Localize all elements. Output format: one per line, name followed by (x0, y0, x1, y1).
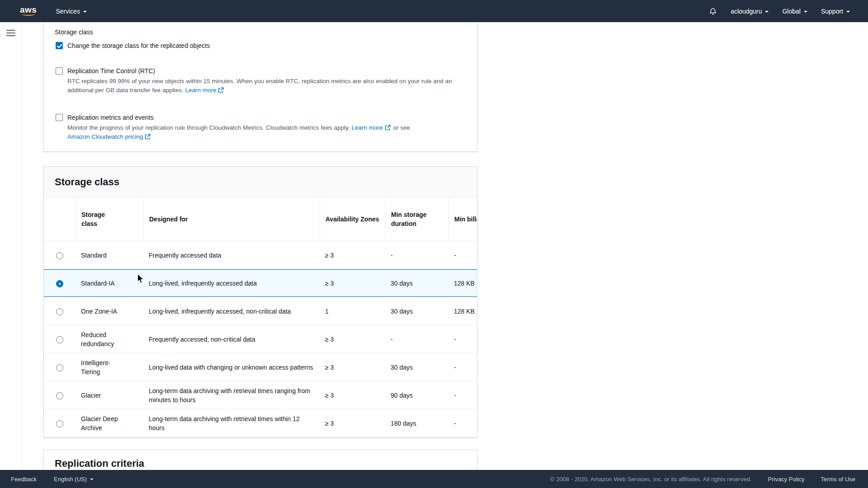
cell-min-billable-object: - (448, 381, 477, 409)
change-storage-class-label: Change the storage class for the replica… (67, 41, 210, 50)
metrics-learn-more-link[interactable]: Learn more (352, 124, 392, 131)
storage-class-row-one-zone-ia[interactable]: One Zone-IA Long-lived, infrequently acc… (44, 297, 477, 325)
cell-availability-zones: ≥ 3 (320, 381, 385, 409)
cell-storage-class: Glacier Deep Archive (75, 409, 143, 437)
storage-class-field-label: Storage class (44, 28, 477, 37)
account-menu[interactable]: acloudguru (731, 8, 769, 15)
replication-metrics-checkbox[interactable] (56, 114, 63, 121)
cloudwatch-pricing-link[interactable]: Amazon Cloudwatch pricing (67, 133, 151, 140)
rtc-learn-more-link[interactable]: Learn more (185, 87, 225, 94)
rtc-checkbox[interactable] (56, 67, 63, 75)
rtc-description: RTC replicates 99.99% of your new object… (67, 77, 466, 95)
cell-storage-class: One Zone-IA (75, 297, 143, 325)
radio-glacier[interactable] (56, 392, 63, 399)
column-header-storage-class: Storage class (75, 197, 143, 241)
replication-metrics-option: Replication metrics and events Monitor t… (44, 113, 477, 141)
replication-metrics-description: Monitor the progress of your replication… (67, 123, 466, 132)
radio-standard-ia[interactable] (56, 280, 63, 287)
radio-one-zone-ia[interactable] (56, 308, 63, 315)
menu-toggle-button[interactable] (6, 30, 15, 36)
cell-availability-zones: ≥ 3 (320, 241, 385, 269)
aws-logo[interactable]: aws (20, 6, 37, 16)
storage-class-panel-title: Storage class (44, 167, 477, 197)
side-navigation-rail (0, 22, 22, 470)
cell-min-billable-object: 128 KB (448, 269, 477, 297)
account-menu-label: acloudguru (731, 8, 762, 15)
column-header-min-billable-object: Min billable object (448, 197, 477, 241)
chevron-down-icon (765, 11, 769, 13)
column-header-min-storage-duration: Min storage duration (385, 197, 448, 241)
rtc-description-text: RTC replicates 99.99% of your new object… (67, 78, 452, 94)
radio-reduced-redundancy[interactable] (56, 336, 63, 343)
storage-class-row-reduced-redundancy[interactable]: Reduced redundancy Frequently accessed, … (44, 325, 477, 353)
cell-designed-for: Long-lived, infrequently accessed data (143, 269, 320, 297)
replication-criteria-title: Replication criteria (55, 457, 466, 469)
chevron-down-icon (804, 11, 807, 13)
top-navigation-bar: aws Services acloudguru Global Support (0, 0, 868, 22)
change-storage-class-checkbox[interactable] (56, 42, 63, 49)
cloudwatch-pricing-line: Amazon Cloudwatch pricing (67, 132, 466, 141)
nav-right-group: acloudguru Global Support (709, 7, 850, 15)
notifications-bell-icon[interactable] (709, 7, 717, 15)
cell-min-billable-object: - (448, 241, 477, 269)
copyright-text: © 2008 - 2020, Amazon Web Services, Inc.… (550, 476, 752, 483)
change-storage-class-option: Change the storage class for the replica… (44, 41, 477, 50)
cell-designed-for: Long-term data archiving with retrieval … (143, 409, 320, 437)
cell-storage-class: Standard (75, 241, 143, 269)
cell-designed-for: Long-lived data with changing or unknown… (143, 353, 320, 381)
language-selector-label: English (US) (54, 476, 87, 483)
aws-logo-swoosh (22, 13, 35, 16)
support-menu[interactable]: Support (821, 8, 850, 15)
cell-min-storage-duration: 180 days (385, 409, 448, 437)
cell-availability-zones: ≥ 3 (320, 269, 385, 297)
cell-storage-class: Reduced redundancy (75, 325, 143, 353)
cell-min-storage-duration: 30 days (385, 353, 448, 381)
cell-min-storage-duration: 30 days (385, 297, 448, 325)
cell-designed-for: Long-lived, infrequently accessed, non-c… (143, 297, 320, 325)
radio-intelligent-tiering[interactable] (56, 364, 63, 371)
cell-min-billable-object: - (448, 325, 477, 353)
cell-designed-for: Long-term data archiving with retrieval … (143, 381, 320, 409)
services-menu[interactable]: Services (56, 8, 87, 15)
cell-min-storage-duration: 30 days (385, 269, 448, 297)
cell-storage-class: Glacier (75, 381, 143, 409)
cell-designed-for: Frequently accessed, non-critical data (143, 325, 320, 353)
language-selector[interactable]: English (US) (54, 476, 94, 483)
storage-class-row-standard-ia[interactable]: Standard-IA Long-lived, infrequently acc… (44, 269, 477, 297)
replication-metrics-label: Replication metrics and events (67, 113, 154, 122)
storage-class-row-glacier-deep-archive[interactable]: Glacier Deep Archive Long-term data arch… (44, 409, 477, 437)
cell-availability-zones: ≥ 3 (320, 325, 385, 353)
chevron-down-icon (846, 11, 850, 13)
cell-availability-zones: 1 (320, 297, 385, 325)
storage-class-panel: Storage class Storage class Designed for… (43, 166, 477, 438)
terms-of-use-link[interactable]: Terms of Use (821, 476, 855, 483)
external-link-icon (145, 134, 151, 140)
storage-class-row-intelligent-tiering[interactable]: Intelligent-Tiering Long-lived data with… (44, 353, 477, 381)
cell-min-billable-object: 128 KB (448, 297, 477, 325)
external-link-icon (218, 87, 224, 93)
cell-storage-class: Standard-IA (75, 269, 143, 297)
cell-designed-for: Frequently accessed data (143, 241, 320, 269)
region-menu-label: Global (782, 8, 800, 15)
column-header-designed-for: Designed for (143, 197, 320, 241)
cell-min-billable-object: - (448, 353, 477, 381)
rtc-label: Replication Time Control (RTC) (67, 66, 155, 75)
or-see-text: or see (393, 124, 410, 131)
cell-min-storage-duration: - (385, 325, 448, 353)
radio-standard[interactable] (56, 252, 63, 259)
external-link-icon (385, 125, 391, 131)
main-content: Storage class Change the storage class f… (43, 22, 477, 488)
chevron-down-icon (90, 479, 94, 480)
cell-min-storage-duration: - (385, 241, 448, 269)
cell-availability-zones: ≥ 3 (320, 409, 385, 437)
replication-metrics-description-text: Monitor the progress of your replication… (67, 124, 350, 131)
storage-class-row-glacier[interactable]: Glacier Long-term data archiving with re… (44, 381, 477, 409)
region-menu[interactable]: Global (782, 8, 807, 15)
console-footer: Feedback English (US) © 2008 - 2020, Ama… (0, 470, 868, 488)
storage-class-row-standard[interactable]: Standard Frequently accessed data ≥ 3 - … (44, 241, 477, 269)
cell-min-storage-duration: 90 days (385, 381, 448, 409)
privacy-policy-link[interactable]: Privacy Policy (768, 476, 805, 483)
feedback-link[interactable]: Feedback (11, 476, 37, 483)
rtc-option: Replication Time Control (RTC) RTC repli… (44, 66, 477, 95)
radio-glacier-deep-archive[interactable] (56, 420, 63, 427)
